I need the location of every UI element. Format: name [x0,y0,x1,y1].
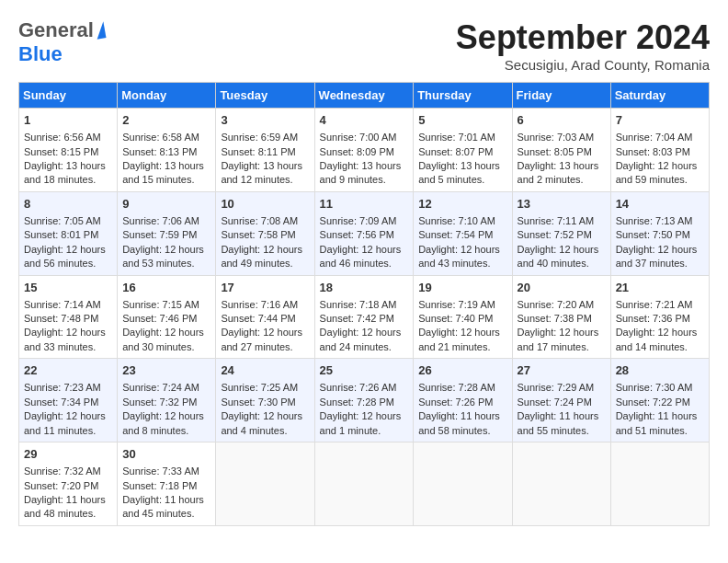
calendar-week-4: 22Sunrise: 7:23 AM Sunset: 7:34 PM Dayli… [19,359,710,442]
calendar-empty-cell [216,442,314,526]
logo: General Blue [18,18,105,66]
calendar-day-4: 4Sunrise: 7:00 AM Sunset: 8:09 PM Daylig… [314,109,414,192]
calendar-day-3: 3Sunrise: 6:59 AM Sunset: 8:11 PM Daylig… [216,109,314,192]
calendar-day-28: 28Sunrise: 7:30 AM Sunset: 7:22 PM Dayli… [610,359,709,442]
calendar-day-16: 16Sunrise: 7:15 AM Sunset: 7:46 PM Dayli… [118,275,216,359]
calendar-day-11: 11Sunrise: 7:09 AM Sunset: 7:56 PM Dayli… [314,191,414,275]
day-number: 18 [320,280,409,296]
calendar-header-monday: Monday [118,83,216,109]
calendar-header-saturday: Saturday [610,83,709,109]
calendar-header-row: SundayMondayTuesdayWednesdayThursdayFrid… [19,83,710,109]
day-number: 14 [616,196,704,213]
calendar-day-25: 25Sunrise: 7:26 AM Sunset: 7:28 PM Dayli… [314,359,414,442]
calendar-day-13: 13Sunrise: 7:11 AM Sunset: 7:52 PM Dayli… [512,191,610,275]
calendar-week-2: 8Sunrise: 7:05 AM Sunset: 8:01 PM Daylig… [19,191,710,275]
month-title: September 2024 [456,18,710,57]
logo-blue: Blue [18,42,63,66]
day-number: 4 [320,112,409,129]
day-number: 10 [221,196,309,213]
day-number: 20 [518,280,606,296]
calendar-day-17: 17Sunrise: 7:16 AM Sunset: 7:44 PM Dayli… [216,275,314,359]
calendar-empty-cell [314,442,414,526]
day-number: 21 [616,280,704,296]
calendar-day-6: 6Sunrise: 7:03 AM Sunset: 8:05 PM Daylig… [512,109,610,192]
calendar-week-1: 1Sunrise: 6:56 AM Sunset: 8:15 PM Daylig… [19,109,710,192]
title-section: September 2024 Secusigiu, Arad County, R… [456,18,710,73]
calendar-empty-cell [512,442,610,526]
calendar-week-3: 15Sunrise: 7:14 AM Sunset: 7:48 PM Dayli… [19,275,710,359]
calendar-day-1: 1Sunrise: 6:56 AM Sunset: 8:15 PM Daylig… [19,109,118,192]
calendar-empty-cell [610,442,709,526]
day-number: 23 [122,362,210,379]
calendar-day-24: 24Sunrise: 7:25 AM Sunset: 7:30 PM Dayli… [216,359,314,442]
calendar-header-friday: Friday [512,83,610,109]
day-number: 12 [418,196,506,213]
calendar-table: SundayMondayTuesdayWednesdayThursdayFrid… [18,82,710,526]
day-number: 29 [24,446,112,463]
day-number: 3 [221,112,309,129]
day-number: 9 [122,196,210,213]
day-number: 25 [320,362,409,379]
day-number: 13 [518,196,606,213]
day-number: 1 [24,112,112,129]
day-number: 11 [320,196,409,213]
calendar-week-5: 29Sunrise: 7:32 AM Sunset: 7:20 PM Dayli… [19,442,710,526]
calendar-day-12: 12Sunrise: 7:10 AM Sunset: 7:54 PM Dayli… [414,191,512,275]
calendar-day-27: 27Sunrise: 7:29 AM Sunset: 7:24 PM Dayli… [512,359,610,442]
day-number: 7 [616,112,704,129]
calendar-day-23: 23Sunrise: 7:24 AM Sunset: 7:32 PM Dayli… [118,359,216,442]
location: Secusigiu, Arad County, Romania [456,57,710,73]
logo-general: General [18,18,94,42]
calendar-header-thursday: Thursday [414,83,512,109]
calendar-header-wednesday: Wednesday [314,83,414,109]
calendar-day-14: 14Sunrise: 7:13 AM Sunset: 7:50 PM Dayli… [610,191,709,275]
day-number: 30 [122,446,210,463]
calendar-day-7: 7Sunrise: 7:04 AM Sunset: 8:03 PM Daylig… [610,109,709,192]
calendar-day-18: 18Sunrise: 7:18 AM Sunset: 7:42 PM Dayli… [314,275,414,359]
calendar-empty-cell [414,442,512,526]
page-header: General Blue September 2024 Secusigiu, A… [18,18,710,73]
day-number: 5 [418,112,506,129]
calendar-day-29: 29Sunrise: 7:32 AM Sunset: 7:20 PM Dayli… [19,442,118,526]
calendar-day-5: 5Sunrise: 7:01 AM Sunset: 8:07 PM Daylig… [414,109,512,192]
calendar-day-19: 19Sunrise: 7:19 AM Sunset: 7:40 PM Dayli… [414,275,512,359]
calendar-day-21: 21Sunrise: 7:21 AM Sunset: 7:36 PM Dayli… [610,275,709,359]
day-number: 15 [24,280,112,296]
calendar-day-22: 22Sunrise: 7:23 AM Sunset: 7:34 PM Dayli… [19,359,118,442]
day-number: 24 [221,362,309,379]
day-number: 22 [24,362,112,379]
day-number: 2 [122,112,210,129]
calendar-day-30: 30Sunrise: 7:33 AM Sunset: 7:18 PM Dayli… [118,442,216,526]
calendar-day-10: 10Sunrise: 7:08 AM Sunset: 7:58 PM Dayli… [216,191,314,275]
day-number: 8 [24,196,112,213]
day-number: 6 [518,112,606,129]
calendar-day-20: 20Sunrise: 7:20 AM Sunset: 7:38 PM Dayli… [512,275,610,359]
calendar-day-15: 15Sunrise: 7:14 AM Sunset: 7:48 PM Dayli… [19,275,118,359]
day-number: 28 [616,362,704,379]
day-number: 19 [418,280,506,296]
calendar-day-8: 8Sunrise: 7:05 AM Sunset: 8:01 PM Daylig… [19,191,118,275]
day-number: 26 [418,362,506,379]
day-number: 27 [518,362,606,379]
calendar-day-9: 9Sunrise: 7:06 AM Sunset: 7:59 PM Daylig… [118,191,216,275]
calendar-day-2: 2Sunrise: 6:58 AM Sunset: 8:13 PM Daylig… [118,109,216,192]
day-number: 16 [122,280,210,296]
calendar-day-26: 26Sunrise: 7:28 AM Sunset: 7:26 PM Dayli… [414,359,512,442]
calendar-header-tuesday: Tuesday [216,83,314,109]
logo-icon [94,21,106,39]
day-number: 17 [221,280,309,296]
calendar-header-sunday: Sunday [19,83,118,109]
